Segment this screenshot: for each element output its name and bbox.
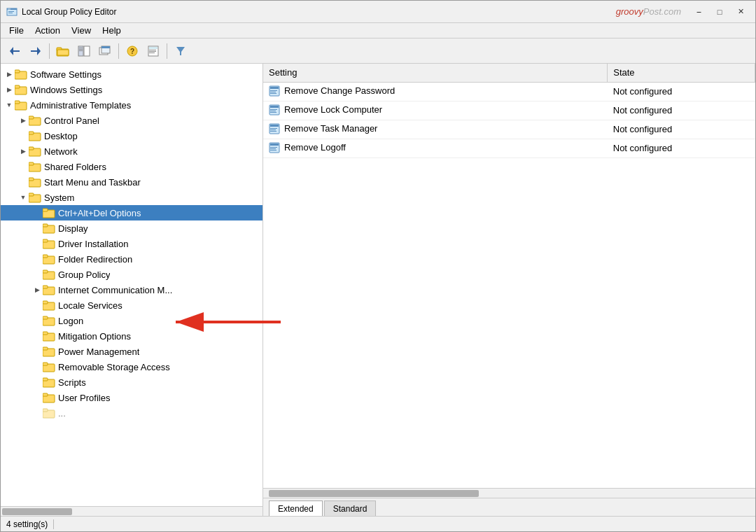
statusbar: 4 setting(s) <box>1 516 755 531</box>
label-system: System <box>44 192 74 203</box>
tree-node-ctrl-alt-del[interactable]: Ctrl+Alt+Del Options <box>1 205 262 220</box>
expand-control-panel[interactable]: ▶ <box>18 115 29 126</box>
tree-node-group-policy[interactable]: Group Policy <box>1 267 262 282</box>
tree-node-locale[interactable]: Locale Services <box>1 298 262 313</box>
svg-rect-24 <box>149 47 158 49</box>
expand-system[interactable]: ▼ <box>18 192 29 203</box>
tree-node-control-panel[interactable]: ▶ Control Panel <box>1 113 262 128</box>
tree-node-admin-templates[interactable]: ▼ Administrative Templates <box>1 97 262 113</box>
svg-rect-74 <box>43 409 48 412</box>
menu-file[interactable]: File <box>4 24 29 37</box>
svg-rect-81 <box>270 106 279 108</box>
menu-view[interactable]: View <box>66 24 97 37</box>
right-hscroll[interactable] <box>263 488 755 498</box>
expand-network[interactable]: ▶ <box>18 146 29 157</box>
back-button[interactable] <box>5 41 24 61</box>
state-cell-3: Not configured <box>608 120 755 139</box>
tree-node-mitigation[interactable]: Mitigation Options <box>1 328 262 344</box>
titlebar: Local Group Policy Editor groovyPost.com… <box>1 1 755 23</box>
svg-rect-66 <box>43 347 48 350</box>
tree-hscroll[interactable] <box>1 506 262 516</box>
tree-node-driver-install[interactable]: Driver Installation <box>1 236 262 251</box>
folder-icon-control <box>29 115 41 126</box>
setting-cell-1: Remove Change Password <box>263 83 608 99</box>
folder-icon-admin <box>15 99 27 111</box>
state-cell-2: Not configured <box>608 101 755 120</box>
svg-rect-27 <box>149 52 155 53</box>
label-folder-redirect: Folder Redirection <box>58 254 132 265</box>
export-list-button[interactable] <box>144 41 163 61</box>
expand-software-settings[interactable]: ▶ <box>4 69 15 80</box>
tree-node-scripts[interactable]: Scripts <box>1 374 262 390</box>
svg-rect-68 <box>43 363 48 365</box>
svg-rect-70 <box>43 378 48 381</box>
show-hide-console-button[interactable] <box>74 41 94 61</box>
settings-table[interactable]: Setting State <box>263 64 755 488</box>
policy-icon-3 <box>269 123 280 134</box>
tree-node-windows-settings[interactable]: ▶ Windows Settings <box>1 82 262 97</box>
tree-node-more[interactable]: ... <box>1 405 262 421</box>
tree-node-software-settings[interactable]: ▶ Software Settings <box>1 66 262 82</box>
svg-rect-50 <box>43 224 48 227</box>
expand-internet-comm[interactable]: ▶ <box>31 284 43 295</box>
minimize-button[interactable]: ‒ <box>690 5 708 19</box>
help-button[interactable]: ? <box>122 41 142 61</box>
svg-rect-26 <box>149 51 156 52</box>
policy-icon-2 <box>269 104 280 115</box>
setting-cell-2: Remove Lock Computer <box>263 102 608 118</box>
tree-node-network[interactable]: ▶ Network <box>1 144 262 159</box>
menubar: File Action View Help <box>1 23 755 38</box>
filter-button[interactable] <box>171 41 190 61</box>
tree-scroll[interactable]: ▶ Software Settings ▶ Windows Settings <box>1 64 262 506</box>
maximize-button[interactable]: □ <box>710 5 729 19</box>
menu-help[interactable]: Help <box>97 24 127 37</box>
svg-rect-77 <box>270 90 277 91</box>
tree-node-start-menu[interactable]: Start Menu and Taskbar <box>1 174 262 190</box>
tree-node-desktop[interactable]: Desktop <box>1 128 262 144</box>
label-network: Network <box>44 146 78 157</box>
table-row[interactable]: Remove Lock Computer Not configured <box>263 101 755 120</box>
setting-label-2: Remove Lock Computer <box>284 104 382 115</box>
svg-rect-92 <box>270 147 277 148</box>
folder-icon-locale <box>43 300 55 311</box>
new-window-button[interactable] <box>95 41 115 61</box>
tree-node-folder-redirect[interactable]: Folder Redirection <box>1 251 262 267</box>
main-window: Local Group Policy Editor groovyPost.com… <box>0 0 756 532</box>
svg-rect-34 <box>15 101 20 104</box>
forward-button[interactable] <box>26 41 46 61</box>
svg-rect-82 <box>270 109 277 110</box>
svg-rect-46 <box>29 193 34 196</box>
tree-node-logon[interactable]: Logon <box>1 313 262 328</box>
svg-rect-5 <box>8 13 13 13</box>
tree-node-shared-folders[interactable]: Shared Folders <box>1 159 262 174</box>
tree-node-removable[interactable]: Removable Storage Access <box>1 359 262 374</box>
svg-rect-44 <box>29 178 34 181</box>
tab-standard[interactable]: Standard <box>324 500 377 516</box>
tree-node-power[interactable]: Power Management <box>1 344 262 359</box>
table-row[interactable]: Remove Task Manager Not configured <box>263 120 755 139</box>
expand-windows-settings[interactable]: ▶ <box>4 84 15 95</box>
tree-node-internet-comm[interactable]: ▶ Internet Communication M... <box>1 282 262 298</box>
open-folder-button[interactable] <box>53 41 73 61</box>
tree-hscroll-thumb <box>2 508 72 515</box>
col-state: State <box>608 64 755 82</box>
tab-extended[interactable]: Extended <box>269 500 323 516</box>
expand-admin-templates[interactable]: ▼ <box>4 99 15 111</box>
table-row[interactable]: Remove Change Password Not configured <box>263 82 755 101</box>
svg-rect-14 <box>84 46 90 56</box>
folder-icon-mitigation <box>43 330 55 342</box>
table-row[interactable]: Remove Logoff Not configured <box>263 139 755 158</box>
label-driver-install: Driver Installation <box>58 239 128 249</box>
toolbar: ? <box>1 38 755 64</box>
label-ctrl-alt-del: Ctrl+Alt+Del Options <box>58 208 141 218</box>
menu-action[interactable]: Action <box>29 24 66 37</box>
svg-rect-42 <box>29 162 34 165</box>
tree-node-display[interactable]: Display <box>1 220 262 236</box>
tree-node-system[interactable]: ▼ System <box>1 190 262 205</box>
svg-point-2 <box>8 8 8 9</box>
svg-rect-76 <box>270 87 279 89</box>
svg-rect-60 <box>43 301 48 304</box>
tree-node-user-profiles[interactable]: User Profiles <box>1 390 262 405</box>
folder-icon-grouppolicy <box>43 269 55 280</box>
close-button[interactable]: ✕ <box>732 5 750 19</box>
